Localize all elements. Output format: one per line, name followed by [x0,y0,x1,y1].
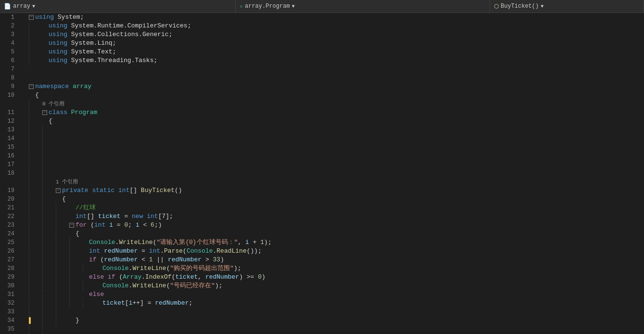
line-number: 16 [0,152,14,160]
toolbar-method-arrow: ▼ [541,4,543,9]
toolbar-class-dropdown[interactable]: ⬦ array.Program ▼ [236,0,490,13]
line-number [0,100,14,108]
code-line: { [29,91,644,100]
line-number: 31 [0,290,14,299]
collapse-button[interactable]: − [69,223,74,228]
line-number: 9 [0,82,14,91]
code-line: Console.WriteLine("请输入第{0}个红球号码：", i + 1… [29,238,644,247]
toolbar-class-label: array.Program [245,3,290,10]
code-line: using System.Collections.Generic; [29,30,644,39]
line-number: 32 [0,299,14,308]
code-line: ticket[i++] = redNumber; [29,299,644,308]
toolbar-file-dropdown[interactable]: 📄 array ▼ [0,0,236,13]
collapse-button[interactable]: − [29,15,34,20]
line-number: 25 [0,238,14,247]
code-line: Console.WriteLine("购买的号码超出范围"); [29,264,644,273]
line-number: 21 [0,204,14,212]
collapse-button[interactable]: − [42,110,47,115]
code-line [29,152,644,160]
code-line: using System.Threading.Tasks; [29,56,644,65]
code-content[interactable]: −using System;using System.Runtime.Compi… [27,13,644,334]
code-line: −using System; [29,13,644,22]
toolbar-class-arrow: ▼ [292,4,295,9]
line-number [0,178,14,186]
line-number: 3 [0,30,14,39]
code-line [29,308,644,316]
line-number: 35 [0,325,14,334]
line-number: 15 [0,143,14,152]
line-number: 24 [0,230,14,238]
code-line: using System.Linq; [29,39,644,48]
code-line: { [29,117,644,126]
line-number: 1 [0,13,14,22]
code-line [29,143,644,152]
line-number: 20 [0,195,14,204]
line-number: 11 [0,108,14,117]
line-number: 5 [0,48,14,56]
code-line: else [29,290,644,299]
line-number: 33 [0,308,14,316]
code-line [29,65,644,74]
line-number: 14 [0,134,14,143]
toolbar: 📄 array ▼ ⬦ array.Program ▼ ⬡ BuyTicket(… [0,0,644,13]
code-line: using System.Runtime.CompilerServices; [29,22,644,30]
code-line: −for (int i = 0; i < 6;) [29,221,644,230]
line-number: 17 [0,160,14,169]
code-line: using System.Text; [29,48,644,56]
code-line [29,134,644,143]
toolbar-file-arrow: ▼ [32,4,35,9]
code-line [29,126,644,134]
method-icon: ⬡ [494,3,499,10]
code-line: int[] ticket = new int[7]; [29,212,644,221]
file-icon: 📄 [4,3,11,10]
line-number: 22 [0,212,14,221]
code-line: //红球 [29,204,644,212]
line-number: 29 [0,273,14,282]
code-line [29,160,644,169]
line-number: 12 [0,117,14,126]
line-number: 4 [0,39,14,48]
code-line: −class Program [29,108,644,117]
code-line [29,325,644,334]
line-number: 30 [0,282,14,290]
code-line: 1 个引用 [29,178,644,186]
code-line: −namespace array [29,82,644,91]
line-number: 23 [0,221,14,230]
line-number: 27 [0,256,14,264]
line-number: 19 [0,186,14,195]
line-numbers: 1234567891011121314151617181920212223242… [0,13,18,334]
code-line [29,169,644,178]
code-line: { [29,230,644,238]
line-number: 34 [0,316,14,325]
line-number: 10 [0,91,14,100]
toolbar-method-label: BuyTicket() [501,3,539,10]
toolbar-file-label: array [13,3,30,10]
line-number: 2 [0,22,14,30]
code-line: int redNumber = int.Parse(Console.ReadLi… [29,247,644,256]
code-line: if (redNumber < 1 || redNumber > 33) [29,256,644,264]
code-line: Console.WriteLine("号码已经存在"); [29,282,644,290]
code-line: else if (Array.IndexOf(ticket, redNumber… [29,273,644,282]
editor-area: 1234567891011121314151617181920212223242… [0,13,644,334]
code-line: } [29,316,644,325]
line-number: 8 [0,74,14,82]
line-number: 7 [0,65,14,74]
code-line: −private static int[] BuyTicket() [29,186,644,195]
code-line [29,74,644,82]
toolbar-method-dropdown[interactable]: ⬡ BuyTicket() ▼ [490,0,644,13]
code-line: 0 个引用 [29,100,644,108]
line-number: 6 [0,56,14,65]
line-number: 28 [0,264,14,273]
line-number: 26 [0,247,14,256]
collapse-button[interactable]: − [29,84,34,89]
collapse-button[interactable]: − [56,188,61,193]
line-number: 18 [0,169,14,178]
gutter [18,13,27,334]
line-number: 13 [0,126,14,134]
class-icon: ⬦ [240,3,243,10]
code-line: { [29,195,644,204]
